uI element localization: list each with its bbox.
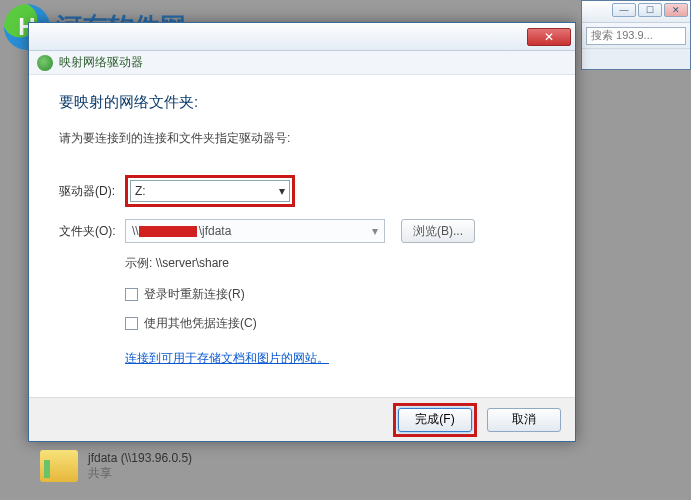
close-button[interactable]: ✕ xyxy=(664,3,688,17)
bg-share-text: jfdata (\\193.96.0.5) 共享 xyxy=(88,451,192,482)
folder-label: 文件夹(O): xyxy=(59,223,125,240)
dialog-subheader-text: 映射网络驱动器 xyxy=(59,54,143,71)
othercred-checkbox[interactable] xyxy=(125,317,138,330)
dialog-subheader: 映射网络驱动器 xyxy=(29,51,575,75)
cancel-button[interactable]: 取消 xyxy=(487,408,561,432)
folder-value: jfdata xyxy=(202,224,231,238)
dialog-body: 要映射的网络文件夹: 请为要连接到的连接和文件夹指定驱动器号: 驱动器(D): … xyxy=(29,75,575,367)
othercred-row: 使用其他凭据连接(C) xyxy=(125,315,545,332)
dialog-close-button[interactable]: ✕ xyxy=(527,28,571,46)
network-folder-icon xyxy=(40,450,78,482)
bg-search-bar: 搜索 193.9... xyxy=(582,23,690,49)
chevron-down-icon: ▾ xyxy=(279,184,285,198)
drive-row: 驱动器(D): Z: ▾ xyxy=(59,175,545,207)
background-explorer-window: — ☐ ✕ 搜索 193.9... xyxy=(581,0,691,70)
drive-value: Z: xyxy=(135,184,146,198)
dialog-heading: 要映射的网络文件夹: xyxy=(59,93,545,112)
drive-highlight-box: Z: ▾ xyxy=(125,175,295,207)
bg-share-item[interactable]: jfdata (\\193.96.0.5) 共享 xyxy=(40,450,192,482)
bg-titlebar: — ☐ ✕ xyxy=(582,1,690,23)
reconnect-checkbox[interactable] xyxy=(125,288,138,301)
options-block: 示例: \\server\share 登录时重新连接(R) 使用其他凭据连接(C… xyxy=(125,255,545,367)
drive-label: 驱动器(D): xyxy=(59,183,125,200)
chevron-down-icon: ▾ xyxy=(372,224,378,238)
dialog-footer: 完成(F) 取消 xyxy=(29,397,575,441)
website-storage-link[interactable]: 连接到可用于存储文档和图片的网站。 xyxy=(125,350,329,367)
example-text: 示例: \\server\share xyxy=(125,255,545,272)
reconnect-row: 登录时重新连接(R) xyxy=(125,286,545,303)
reconnect-label: 登录时重新连接(R) xyxy=(144,286,245,303)
redacted-server-icon xyxy=(139,226,197,237)
browse-button[interactable]: 浏览(B)... xyxy=(401,219,475,243)
drive-select[interactable]: Z: ▾ xyxy=(130,180,290,202)
bg-share-sub: 共享 xyxy=(88,465,192,482)
folder-row: 文件夹(O): \\\jfdata ▾ 浏览(B)... xyxy=(59,219,545,243)
dialog-instruction: 请为要连接到的连接和文件夹指定驱动器号: xyxy=(59,130,545,147)
minimize-button[interactable]: — xyxy=(612,3,636,17)
finish-highlight-box: 完成(F) xyxy=(393,403,477,437)
bg-share-name: jfdata (\\193.96.0.5) xyxy=(88,451,192,465)
folder-input[interactable]: \\\jfdata ▾ xyxy=(125,219,385,243)
maximize-button[interactable]: ☐ xyxy=(638,3,662,17)
finish-button[interactable]: 完成(F) xyxy=(398,408,472,432)
search-input[interactable]: 搜索 193.9... xyxy=(586,27,686,45)
network-drive-icon xyxy=(37,55,53,71)
othercred-label: 使用其他凭据连接(C) xyxy=(144,315,257,332)
dialog-titlebar: ✕ xyxy=(29,23,575,51)
map-network-drive-dialog: ✕ 映射网络驱动器 要映射的网络文件夹: 请为要连接到的连接和文件夹指定驱动器号… xyxy=(28,22,576,442)
